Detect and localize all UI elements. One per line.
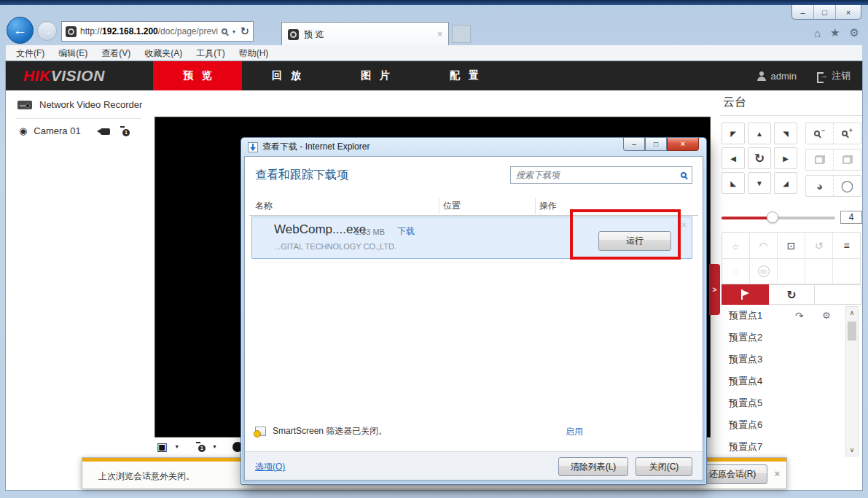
home-icon[interactable]: ⌂ [814,27,821,39]
favorites-star-icon[interactable]: ★ [830,26,840,39]
wiper-button[interactable]: ◠ [750,233,778,258]
window-maximize-button[interactable]: □ [814,5,836,19]
search-icon[interactable] [222,28,227,34]
run-button[interactable]: 运行 [598,231,671,251]
ptz-up-right-button[interactable]: ◥ [774,122,797,144]
tools-gear-icon[interactable]: ⚙ [850,26,859,39]
logo-vision: VISION [51,67,105,84]
logout-button[interactable]: 注销 [817,69,851,82]
panel-expand-handle[interactable]: > [709,264,720,315]
lens-init-button[interactable]: ↺ [805,233,833,258]
dialog-close-button[interactable]: × [667,138,699,151]
preset-scrollbar[interactable]: ∧ ∨ [845,306,859,456]
menu-help[interactable]: 帮助(H) [239,47,269,60]
preset-item-6[interactable]: 预置点6 [722,414,844,436]
slider-track[interactable] [722,217,835,219]
ptz-speed-slider: 4 [722,207,861,229]
clear-list-button[interactable]: 清除列表(L) [558,457,628,476]
focus-far-button[interactable] [834,149,861,170]
slider-thumb[interactable] [767,211,778,223]
preset-item-4[interactable]: 预置点4 [722,370,844,392]
preset-item-7[interactable]: 预置点7 [722,436,844,458]
notification-close-icon[interactable]: × [774,468,780,479]
focus-near-button[interactable] [806,149,834,170]
tab-close-icon[interactable]: × [437,29,442,39]
preset-item-3[interactable]: 预置点3 [722,349,844,370]
stream-dropdown-icon[interactable]: ▼ [212,444,217,449]
record-camera-icon[interactable] [101,128,110,135]
layout-dropdown-icon[interactable]: ▼ [174,444,179,449]
refresh-icon[interactable]: ↻ [240,25,249,38]
zoom-in-button[interactable]: + [834,123,861,144]
ptz-left-button[interactable]: ◀ [722,147,745,169]
channel-1-icon[interactable]: 1 [120,126,130,136]
nav-tab-picture[interactable]: 图片 [331,61,420,90]
browser-chrome: ← → http://192.168.1.200/doc/page/previe… [6,19,862,45]
remove-download-icon[interactable]: × [681,219,687,230]
ptz-up-left-button[interactable]: ◤ [722,122,745,144]
close-dialog-button[interactable]: 关闭(C) [636,457,692,476]
auxiliary-focus-icon: ⊡ [787,240,796,252]
menu-favorites[interactable]: 收藏夹(A) [144,47,182,60]
ptz-right-button[interactable]: ▶ [774,147,797,169]
nav-tab-configuration[interactable]: 配置 [420,61,509,90]
ie-window: – □ × ← → http://192.168.1.200/doc/page/… [0,0,868,498]
menu-tools[interactable]: 工具(T) [196,47,224,60]
download-location-link[interactable]: 下载 [397,225,415,238]
ptz-speed-value[interactable]: 4 [840,211,862,224]
scroll-down-icon[interactable]: ∨ [846,444,858,456]
zoom-out-button[interactable]: − [806,123,834,144]
back-button[interactable]: ← [7,17,34,44]
menu-file[interactable]: 文件(F) [16,47,44,60]
restore-session-button[interactable]: 还原会话(R) [697,464,767,484]
options-link[interactable]: 选项(O) [255,461,285,473]
tab-patrol[interactable]: ↻ [769,284,816,305]
column-name[interactable]: 名称 [255,200,273,212]
scroll-up-icon[interactable]: ∧ [846,307,858,319]
sidebar-camera-01[interactable]: ◉ Camera 01 [19,125,81,136]
smartscreen-enable-link[interactable]: 启用 [566,426,583,438]
nav-tab-playback[interactable]: 回放 [242,61,331,90]
address-dropdown-icon[interactable]: ▼ [231,29,236,34]
minus-sign: − [821,127,825,134]
menu-button[interactable]: ≡ [833,233,860,258]
window-minimize-button[interactable]: – [792,5,814,19]
preset-set-gear-icon[interactable]: ⚙ [822,310,831,321]
menu-view[interactable]: 查看(V) [101,47,130,60]
scroll-thumb[interactable] [848,322,856,341]
menu-edit[interactable]: 编辑(E) [58,47,87,60]
dialog-maximize-button[interactable]: □ [645,138,667,151]
zoom-3d-button[interactable]: 3D [750,259,778,284]
download-item-row[interactable]: WebComp....exe 2.33 MB 下载 ...GITAL TECHN… [251,217,692,259]
download-search-input[interactable] [516,170,676,180]
ptz-down-left-button[interactable]: ◣ [722,172,745,194]
address-bar[interactable]: http://192.168.1.200/doc/page/preview ▼ … [61,21,254,42]
browser-tab[interactable]: 预 览 × [281,22,449,46]
tab-presets[interactable] [722,284,769,305]
column-actions[interactable]: 操作 [539,200,557,212]
ptz-down-button[interactable]: ▼ [748,172,771,194]
search-magnifier-icon[interactable] [681,172,687,178]
ptz-auto-scan-button[interactable]: ↻ [748,147,771,169]
preset-item-1[interactable]: 预置点1 ↷ ⚙ [722,305,844,327]
manual-tracking-button[interactable]: ◌ [722,259,750,284]
auxiliary-focus-button[interactable]: ⊡ [778,233,805,258]
light-button[interactable]: ☼ [722,233,750,258]
iris-open-button[interactable]: ◯ [834,176,861,196]
preset-item-5[interactable]: 预置点5 [722,392,844,414]
forward-button[interactable]: → [37,21,57,41]
dialog-minimize-button[interactable]: – [623,138,645,151]
new-tab-stub[interactable] [452,25,471,43]
nav-tab-preview[interactable]: 预览 [153,61,242,90]
preset-call-icon[interactable]: ↷ [795,310,804,322]
window-close-button[interactable]: × [836,5,861,19]
ptz-up-button[interactable]: ▲ [748,122,771,144]
iris-close-button[interactable]: ◕ [806,176,834,196]
stream-type-icon[interactable]: 1 [196,442,206,452]
preset-item-2[interactable]: 预置点2 [722,327,844,349]
preset-label: 预置点1 [729,309,762,322]
sidebar-device[interactable]: Network Video Recorder [17,99,142,110]
column-location[interactable]: 位置 [443,200,461,212]
layout-icon[interactable]: ▣ [157,440,168,454]
ptz-down-right-button[interactable]: ◢ [774,172,797,194]
